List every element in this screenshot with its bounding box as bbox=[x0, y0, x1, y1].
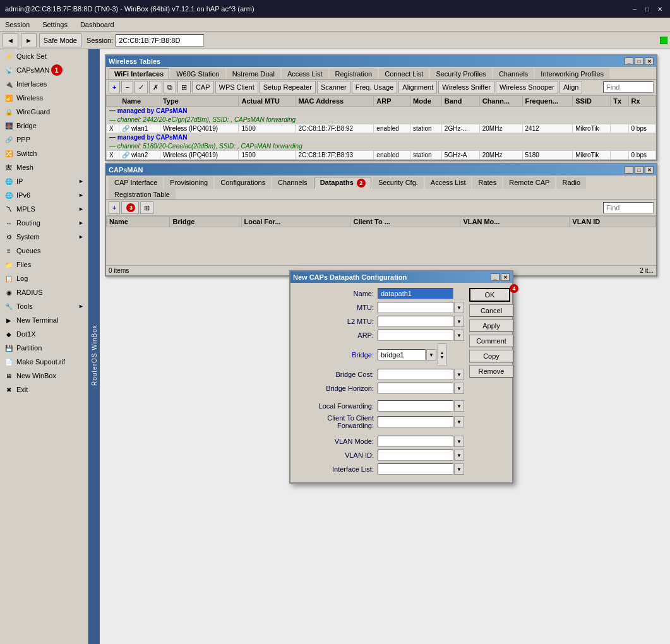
modal-minimize[interactable]: _ bbox=[491, 273, 500, 281]
col-mode[interactable]: Mode bbox=[410, 96, 442, 107]
cancel-button[interactable]: Cancel bbox=[469, 304, 513, 317]
mtu-dropdown-btn[interactable]: ▼ bbox=[454, 302, 464, 313]
field-bridge-input[interactable] bbox=[378, 349, 426, 361]
copy-wl-btn[interactable]: ⧉ bbox=[164, 81, 176, 93]
remove-button[interactable]: Remove bbox=[469, 365, 513, 378]
cap-col-bridge[interactable]: Bridge bbox=[170, 217, 241, 227]
tab-registration[interactable]: Registration bbox=[330, 68, 378, 79]
wireless-sniffer-btn[interactable]: Wireless Sniffer bbox=[438, 81, 494, 93]
comment-button[interactable]: Comment bbox=[469, 335, 513, 347]
sidebar-item-mpls[interactable]: 〽 MPLS ► bbox=[0, 202, 88, 216]
bridge-cost-dropdown-btn[interactable]: ▼ bbox=[454, 369, 464, 380]
filter-btn[interactable]: ⊞ bbox=[177, 81, 191, 93]
sidebar-item-radius[interactable]: ◉ RADIUS bbox=[0, 285, 88, 299]
cap-filter-btn[interactable]: ⊞ bbox=[140, 201, 153, 214]
sidebar-item-new-terminal[interactable]: ▶ New Terminal bbox=[0, 313, 88, 327]
sidebar-item-ip[interactable]: 🌐 IP ► bbox=[0, 174, 88, 188]
session-input[interactable] bbox=[116, 34, 204, 47]
sidebar-item-ppp[interactable]: 🔗 PPP bbox=[0, 133, 88, 146]
field-c2c-input[interactable] bbox=[378, 416, 453, 427]
capsman-win-maximize[interactable]: □ bbox=[635, 166, 643, 174]
iface-list-dropdown-btn[interactable]: ▼ bbox=[454, 463, 464, 475]
col-mac[interactable]: MAC Address bbox=[296, 96, 374, 107]
bridge-dropdown-btn[interactable]: ▼ bbox=[426, 349, 436, 361]
capsman-find-input[interactable] bbox=[603, 202, 654, 213]
sidebar-item-bridge[interactable]: 🌉 Bridge bbox=[0, 119, 88, 133]
cap-col-client-to[interactable]: Client To ... bbox=[350, 217, 460, 227]
alignment-btn[interactable]: Alignment bbox=[398, 81, 437, 93]
tab-access-list[interactable]: Access List bbox=[282, 68, 328, 79]
sidebar-item-wireguard[interactable]: 🔒 WireGuard bbox=[0, 105, 88, 119]
l2mtu-dropdown-btn[interactable]: ▼ bbox=[454, 316, 464, 327]
field-l2mtu-input[interactable] bbox=[378, 316, 453, 327]
sidebar-item-switch[interactable]: 🔀 Switch bbox=[0, 146, 88, 160]
field-name-input[interactable] bbox=[378, 288, 453, 299]
minimize-btn[interactable]: – bbox=[630, 4, 640, 13]
sidebar-item-partition[interactable]: 💾 Partition bbox=[0, 341, 88, 355]
tab-configurations[interactable]: Configurations bbox=[215, 177, 271, 189]
tab-datapaths[interactable]: Datapaths 2 bbox=[314, 177, 371, 189]
field-local-fwd-input[interactable] bbox=[378, 400, 453, 412]
sidebar-item-new-winbox[interactable]: 🖥 New WinBox bbox=[0, 369, 88, 383]
tab-nstreme-dual[interactable]: Nstreme Dual bbox=[227, 68, 280, 79]
wireless-find-input[interactable] bbox=[603, 81, 654, 93]
cap-add-btn[interactable]: + bbox=[109, 201, 120, 214]
sidebar-item-wireless[interactable]: 📶 Wireless bbox=[0, 91, 88, 105]
tab-wifi-interfaces[interactable]: WiFi Interfaces bbox=[109, 68, 169, 79]
sidebar-item-files[interactable]: 📁 Files bbox=[0, 258, 88, 271]
sidebar-item-mesh[interactable]: 🕸 Mesh bbox=[0, 160, 88, 174]
sidebar-item-exit[interactable]: ✖ Exit bbox=[0, 383, 88, 397]
disable-btn[interactable]: ✗ bbox=[149, 81, 162, 93]
col-band[interactable]: Band bbox=[441, 96, 479, 107]
tab-rates[interactable]: Rates bbox=[472, 177, 502, 189]
cap-col-name[interactable]: Name bbox=[107, 217, 170, 227]
field-bridge-horizon-input[interactable] bbox=[378, 383, 453, 394]
arp-dropdown-btn[interactable]: ▼ bbox=[454, 330, 464, 341]
tab-interworking-profiles[interactable]: Interworking Profiles bbox=[535, 68, 609, 79]
sidebar-item-routing[interactable]: ↔ Routing ► bbox=[0, 216, 88, 230]
add-btn[interactable]: + bbox=[109, 81, 120, 93]
col-name[interactable]: Name bbox=[119, 96, 160, 107]
scanner-btn[interactable]: Scanner bbox=[317, 81, 350, 93]
wireless-snooper-btn[interactable]: Wireless Snooper bbox=[496, 81, 558, 93]
capsman-win-minimize[interactable]: _ bbox=[625, 166, 633, 174]
sidebar-item-log[interactable]: 📋 Log bbox=[0, 271, 88, 285]
sidebar-item-quick-set[interactable]: ⚡ Quick Set bbox=[0, 49, 88, 63]
sidebar-item-capsman[interactable]: 📡 CAPsMAN 1 bbox=[0, 63, 88, 77]
sidebar-item-ipv6[interactable]: 🌐 IPv6 ► bbox=[0, 188, 88, 202]
freq-usage-btn[interactable]: Freq. Usage bbox=[352, 81, 398, 93]
apply-button[interactable]: Apply bbox=[469, 319, 513, 332]
sidebar-item-make-supout[interactable]: 📄 Make Supout.rif bbox=[0, 355, 88, 369]
table-row[interactable]: X 🔗 wlan1 Wireless (IPQ4019) 1500 2C:C8:… bbox=[107, 124, 656, 133]
cap-btn[interactable]: CAP bbox=[192, 81, 214, 93]
tab-cap-access-list[interactable]: Access List bbox=[425, 177, 472, 189]
menu-session[interactable]: Session bbox=[3, 20, 32, 30]
forward-btn[interactable]: ► bbox=[21, 33, 37, 47]
tab-remote-cap[interactable]: Remote CAP bbox=[503, 177, 555, 189]
modal-close[interactable]: ✕ bbox=[501, 273, 510, 281]
maximize-btn[interactable]: □ bbox=[642, 4, 652, 13]
field-vlan-mode-input[interactable] bbox=[378, 436, 453, 447]
sidebar-item-interfaces[interactable]: 🔌 Interfaces bbox=[0, 77, 88, 91]
menu-settings[interactable]: Settings bbox=[40, 20, 70, 30]
field-mtu-input[interactable] bbox=[378, 302, 453, 313]
c2c-dropdown-btn[interactable]: ▼ bbox=[454, 416, 464, 427]
capsman-win-close[interactable]: ✕ bbox=[645, 166, 654, 174]
tab-security-cfg[interactable]: Security Cfg. bbox=[373, 177, 424, 189]
align-btn[interactable]: Align bbox=[559, 81, 582, 93]
back-btn[interactable]: ◄ bbox=[3, 33, 18, 47]
col-chan[interactable]: Chann... bbox=[479, 96, 522, 107]
vlan-id-dropdown-btn[interactable]: ▼ bbox=[454, 450, 464, 461]
enable-btn[interactable]: ✓ bbox=[135, 81, 148, 93]
tab-capsman-channels[interactable]: Channels bbox=[272, 177, 313, 189]
cap-col-vlan-mo[interactable]: VLAN Mo... bbox=[460, 217, 570, 227]
sidebar-item-system[interactable]: ⚙ System ► bbox=[0, 230, 88, 244]
cap-col-local-for[interactable]: Local For... bbox=[241, 217, 350, 227]
field-interface-list-input[interactable] bbox=[378, 463, 453, 475]
vlan-mode-dropdown-btn[interactable]: ▼ bbox=[454, 436, 464, 447]
col-rx[interactable]: Rx bbox=[628, 96, 655, 107]
tab-channels[interactable]: Channels bbox=[493, 68, 534, 79]
sidebar-item-dot1x[interactable]: ◆ Dot1X bbox=[0, 327, 88, 341]
tab-cap-interface[interactable]: CAP Interface bbox=[109, 177, 163, 189]
col-arp[interactable]: ARP bbox=[374, 96, 410, 107]
